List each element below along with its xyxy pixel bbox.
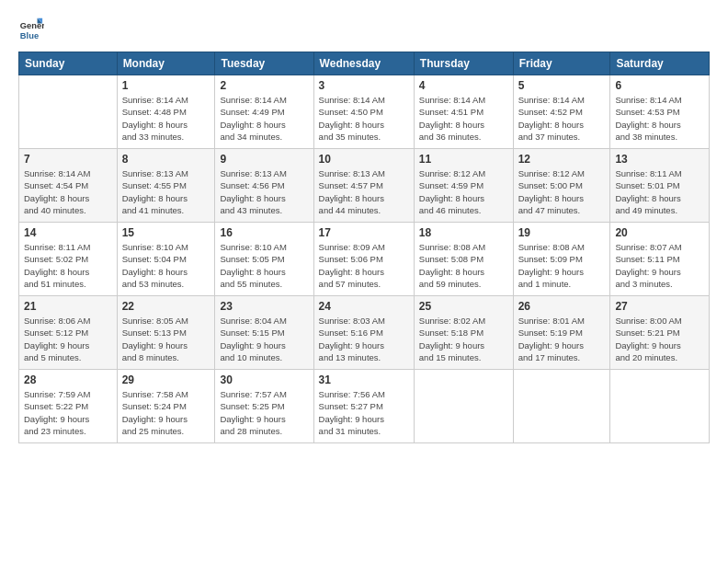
header-tuesday: Tuesday (215, 52, 313, 75)
day-info: Sunrise: 8:09 AMSunset: 5:06 PMDaylight:… (319, 241, 409, 290)
day-info: Sunrise: 8:00 AMSunset: 5:21 PMDaylight:… (615, 315, 704, 363)
day-info: Sunrise: 8:12 AMSunset: 4:59 PMDaylight:… (419, 167, 508, 216)
day-cell: 21Sunrise: 8:06 AMSunset: 5:12 PMDayligh… (19, 296, 118, 370)
day-cell: 11Sunrise: 8:12 AMSunset: 4:59 PMDayligh… (414, 149, 513, 223)
day-number: 25 (419, 300, 508, 313)
day-info: Sunrise: 8:10 AMSunset: 5:04 PMDaylight:… (122, 241, 210, 290)
day-number: 3 (319, 79, 409, 92)
day-cell: 30Sunrise: 7:57 AMSunset: 5:25 PMDayligh… (215, 370, 313, 443)
day-number: 18 (419, 226, 508, 239)
day-cell: 26Sunrise: 8:01 AMSunset: 5:19 PMDayligh… (513, 296, 610, 370)
day-info: Sunrise: 8:12 AMSunset: 5:00 PMDaylight:… (518, 167, 606, 216)
day-cell: 6Sunrise: 8:14 AMSunset: 4:53 PMDaylight… (610, 75, 710, 149)
day-info: Sunrise: 8:01 AMSunset: 5:19 PMDaylight:… (518, 315, 606, 363)
day-cell: 23Sunrise: 8:04 AMSunset: 5:15 PMDayligh… (215, 296, 313, 370)
day-number: 19 (518, 226, 606, 239)
day-number: 27 (615, 300, 704, 313)
day-number: 14 (24, 226, 112, 239)
day-cell: 1Sunrise: 8:14 AMSunset: 4:48 PMDaylight… (117, 75, 215, 149)
day-info: Sunrise: 8:03 AMSunset: 5:16 PMDaylight:… (319, 315, 409, 363)
day-number: 1 (122, 79, 210, 92)
day-info: Sunrise: 8:04 AMSunset: 5:15 PMDaylight:… (220, 315, 308, 363)
day-number: 7 (24, 153, 112, 166)
day-number: 8 (122, 153, 210, 166)
day-cell: 24Sunrise: 8:03 AMSunset: 5:16 PMDayligh… (313, 296, 414, 370)
week-row-5: 28Sunrise: 7:59 AMSunset: 5:22 PMDayligh… (19, 370, 710, 443)
day-cell: 2Sunrise: 8:14 AMSunset: 4:49 PMDaylight… (215, 75, 313, 149)
day-info: Sunrise: 8:11 AMSunset: 5:02 PMDaylight:… (24, 241, 112, 290)
day-cell: 15Sunrise: 8:10 AMSunset: 5:04 PMDayligh… (117, 223, 215, 296)
day-cell: 25Sunrise: 8:02 AMSunset: 5:18 PMDayligh… (414, 296, 513, 370)
day-number: 6 (615, 79, 704, 92)
week-row-3: 14Sunrise: 8:11 AMSunset: 5:02 PMDayligh… (19, 223, 710, 296)
day-info: Sunrise: 8:10 AMSunset: 5:05 PMDaylight:… (220, 241, 308, 290)
day-cell (513, 370, 610, 443)
day-cell: 9Sunrise: 8:13 AMSunset: 4:56 PMDaylight… (215, 149, 313, 223)
day-cell: 4Sunrise: 8:14 AMSunset: 4:51 PMDaylight… (414, 75, 513, 149)
day-cell: 27Sunrise: 8:00 AMSunset: 5:21 PMDayligh… (610, 296, 710, 370)
day-info: Sunrise: 8:14 AMSunset: 4:51 PMDaylight:… (419, 94, 508, 143)
day-number: 15 (122, 226, 210, 239)
day-number: 22 (122, 300, 210, 313)
header-thursday: Thursday (414, 52, 513, 75)
day-number: 9 (220, 153, 308, 166)
header-row: SundayMondayTuesdayWednesdayThursdayFrid… (19, 52, 710, 75)
day-cell: 14Sunrise: 8:11 AMSunset: 5:02 PMDayligh… (19, 223, 118, 296)
day-info: Sunrise: 8:14 AMSunset: 4:50 PMDaylight:… (319, 94, 409, 143)
header-monday: Monday (117, 52, 215, 75)
day-info: Sunrise: 8:08 AMSunset: 5:08 PMDaylight:… (419, 241, 508, 290)
day-info: Sunrise: 8:14 AMSunset: 4:52 PMDaylight:… (518, 94, 606, 143)
day-info: Sunrise: 8:14 AMSunset: 4:53 PMDaylight:… (615, 94, 704, 143)
day-cell: 12Sunrise: 8:12 AMSunset: 5:00 PMDayligh… (513, 149, 610, 223)
day-info: Sunrise: 8:14 AMSunset: 4:49 PMDaylight:… (220, 94, 308, 143)
day-number: 23 (220, 300, 308, 313)
day-info: Sunrise: 8:13 AMSunset: 4:55 PMDaylight:… (122, 167, 210, 216)
day-cell: 13Sunrise: 8:11 AMSunset: 5:01 PMDayligh… (610, 149, 710, 223)
day-info: Sunrise: 8:08 AMSunset: 5:09 PMDaylight:… (518, 241, 606, 290)
day-cell: 7Sunrise: 8:14 AMSunset: 4:54 PMDaylight… (19, 149, 118, 223)
svg-text:Blue: Blue (20, 31, 39, 40)
day-info: Sunrise: 7:59 AMSunset: 5:22 PMDaylight:… (24, 388, 112, 437)
day-cell: 22Sunrise: 8:05 AMSunset: 5:13 PMDayligh… (117, 296, 215, 370)
header-sunday: Sunday (19, 52, 118, 75)
day-info: Sunrise: 7:57 AMSunset: 5:25 PMDaylight:… (220, 388, 308, 437)
day-number: 31 (319, 373, 409, 386)
day-number: 30 (220, 373, 308, 386)
day-number: 10 (319, 153, 409, 166)
header: General Blue (18, 17, 710, 42)
day-number: 16 (220, 226, 308, 239)
logo: General Blue (18, 17, 48, 42)
day-cell: 8Sunrise: 8:13 AMSunset: 4:55 PMDaylight… (117, 149, 215, 223)
week-row-2: 7Sunrise: 8:14 AMSunset: 4:54 PMDaylight… (19, 149, 710, 223)
day-info: Sunrise: 8:07 AMSunset: 5:11 PMDaylight:… (615, 241, 704, 290)
day-info: Sunrise: 8:02 AMSunset: 5:18 PMDaylight:… (419, 315, 508, 363)
day-cell: 5Sunrise: 8:14 AMSunset: 4:52 PMDaylight… (513, 75, 610, 149)
header-wednesday: Wednesday (313, 52, 414, 75)
day-cell (610, 370, 710, 443)
day-number: 11 (419, 153, 508, 166)
week-row-1: 1Sunrise: 8:14 AMSunset: 4:48 PMDaylight… (19, 75, 710, 149)
day-number: 4 (419, 79, 508, 92)
day-number: 24 (319, 300, 409, 313)
day-cell: 31Sunrise: 7:56 AMSunset: 5:27 PMDayligh… (313, 370, 414, 443)
day-number: 5 (518, 79, 606, 92)
day-number: 13 (615, 153, 704, 166)
day-info: Sunrise: 8:14 AMSunset: 4:54 PMDaylight:… (24, 167, 112, 216)
day-info: Sunrise: 7:56 AMSunset: 5:27 PMDaylight:… (319, 388, 409, 437)
header-friday: Friday (513, 52, 610, 75)
day-cell: 18Sunrise: 8:08 AMSunset: 5:08 PMDayligh… (414, 223, 513, 296)
day-info: Sunrise: 8:06 AMSunset: 5:12 PMDaylight:… (24, 315, 112, 363)
day-cell: 19Sunrise: 8:08 AMSunset: 5:09 PMDayligh… (513, 223, 610, 296)
day-cell (414, 370, 513, 443)
day-info: Sunrise: 8:13 AMSunset: 4:56 PMDaylight:… (220, 167, 308, 216)
day-number: 17 (319, 226, 409, 239)
header-saturday: Saturday (610, 52, 710, 75)
day-number: 20 (615, 226, 704, 239)
day-cell (19, 75, 118, 149)
day-info: Sunrise: 8:05 AMSunset: 5:13 PMDaylight:… (122, 315, 210, 363)
calendar-table: SundayMondayTuesdayWednesdayThursdayFrid… (18, 52, 710, 443)
day-cell: 3Sunrise: 8:14 AMSunset: 4:50 PMDaylight… (313, 75, 414, 149)
logo-icon: General Blue (18, 17, 44, 42)
week-row-4: 21Sunrise: 8:06 AMSunset: 5:12 PMDayligh… (19, 296, 710, 370)
day-info: Sunrise: 8:14 AMSunset: 4:48 PMDaylight:… (122, 94, 210, 143)
